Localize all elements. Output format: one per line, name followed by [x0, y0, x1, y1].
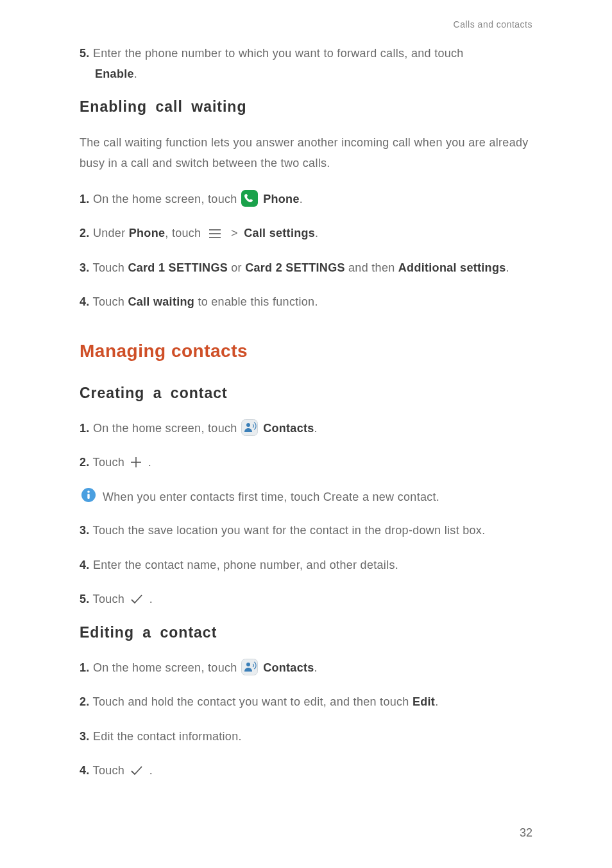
label-enable: Enable	[95, 67, 134, 80]
label-contacts: Contacts	[263, 422, 314, 435]
svg-rect-4	[241, 419, 257, 435]
svg-point-5	[246, 423, 250, 427]
step-forward-5: 5. Enter the phone number to which you w…	[80, 44, 532, 84]
paragraph-call-waiting-desc: The call waiting function lets you answe…	[80, 132, 532, 174]
checkmark-icon	[130, 594, 143, 604]
contacts-app-icon	[241, 659, 258, 675]
step-edit-1: 1. On the home screen, touch Contacts.	[80, 658, 532, 679]
hamburger-menu-icon	[208, 229, 221, 238]
heading-enabling-call-waiting: Enabling call waiting	[80, 98, 532, 116]
step-text: Under	[93, 227, 129, 239]
step-enable-3: 3. Touch Card 1 SETTINGS or Card 2 SETTI…	[80, 258, 532, 279]
step-edit-2: 2. Touch and hold the contact you want t…	[80, 692, 532, 713]
label-edit: Edit	[412, 695, 435, 708]
step-enable-2: 2. Under Phone, touch > Call settings.	[80, 223, 532, 244]
heading-managing-contacts: Managing contacts	[80, 341, 532, 361]
step-text: Touch and hold the contact you want to e…	[93, 695, 412, 708]
step-number: 3.	[80, 730, 90, 743]
step-text: .	[315, 227, 318, 239]
step-text: Enter the phone number to which you want…	[93, 47, 464, 60]
label-call-waiting: Call waiting	[128, 295, 194, 308]
chevron-separator: >	[231, 227, 238, 239]
plus-icon	[130, 456, 142, 468]
step-number: 4.	[80, 295, 90, 308]
label-card2-settings: Card 2 SETTINGS	[245, 261, 345, 274]
step-number: 1.	[80, 422, 90, 435]
step-text: and then	[345, 261, 398, 274]
step-number: 5.	[80, 47, 90, 60]
step-text: or	[228, 261, 245, 274]
label-card1-settings: Card 1 SETTINGS	[128, 261, 228, 274]
label-additional-settings: Additional settings	[398, 261, 506, 274]
running-header: Calls and contacts	[80, 19, 532, 30]
step-create-2: 2. Touch .	[80, 453, 532, 473]
step-number: 1.	[80, 661, 90, 674]
step-number: 5.	[80, 593, 90, 605]
step-text: Touch the save location you want for the…	[93, 524, 486, 537]
step-text: .	[314, 422, 318, 435]
step-text: .	[134, 67, 137, 80]
svg-point-9	[87, 490, 90, 493]
step-create-4: 4. Enter the contact name, phone number,…	[80, 555, 532, 576]
step-text: On the home screen, touch	[93, 422, 241, 435]
step-text: Edit the contact information.	[93, 730, 242, 743]
label-call-settings: Call settings	[244, 227, 315, 239]
page-number: 32	[520, 826, 532, 840]
step-create-3: 3. Touch the save location you want for …	[80, 521, 532, 541]
step-text: to enable this function.	[194, 295, 318, 308]
step-text: Enter the contact name, phone number, an…	[93, 559, 398, 571]
step-text: .	[314, 661, 318, 674]
step-number: 2.	[80, 227, 90, 239]
svg-point-12	[246, 663, 250, 666]
checkmark-icon	[130, 765, 143, 776]
page-content: Calls and contacts 5. Enter the phone nu…	[0, 0, 612, 821]
step-number: 2.	[80, 456, 90, 469]
step-text: .	[148, 456, 151, 469]
heading-creating-contact: Creating a contact	[80, 385, 532, 402]
step-text: Touch	[93, 456, 128, 469]
step-create-1: 1. On the home screen, touch Contacts.	[80, 419, 532, 439]
svg-rect-0	[241, 190, 258, 207]
step-text: Touch	[93, 593, 128, 605]
phone-app-icon	[241, 190, 258, 207]
heading-editing-contact: Editing a contact	[80, 624, 532, 641]
step-enable-4: 4. Touch Call waiting to enable this fun…	[80, 292, 532, 313]
step-text: , touch	[165, 227, 204, 239]
step-number: 1.	[80, 193, 90, 205]
info-text: When you enter contacts first time, touc…	[103, 487, 439, 507]
step-text: .	[149, 764, 153, 777]
step-edit-4: 4. Touch .	[80, 761, 532, 781]
step-text: Touch	[93, 261, 128, 274]
svg-rect-11	[241, 659, 257, 675]
step-number: 3.	[80, 524, 90, 537]
step-text: Touch	[93, 295, 128, 308]
info-icon	[81, 487, 96, 503]
step-text: On the home screen, touch	[93, 193, 241, 205]
step-text: .	[300, 193, 303, 205]
step-text: Touch	[93, 764, 128, 777]
step-enable-1: 1. On the home screen, touch Phone.	[80, 189, 532, 210]
step-text: .	[435, 695, 438, 708]
step-number: 2.	[80, 695, 90, 708]
svg-rect-10	[87, 494, 89, 499]
contacts-app-icon	[241, 419, 258, 436]
label-create-new-contact: Create a new contact	[323, 490, 436, 503]
step-text: .	[436, 490, 439, 503]
label-phone: Phone	[129, 227, 166, 239]
step-text: When you enter contacts first time, touc…	[103, 490, 323, 503]
label-phone: Phone	[263, 193, 300, 205]
label-contacts: Contacts	[263, 661, 314, 674]
info-note-create-contact: When you enter contacts first time, touc…	[80, 487, 532, 507]
step-number: 3.	[80, 261, 90, 274]
step-text: On the home screen, touch	[93, 661, 241, 674]
step-text: .	[506, 261, 509, 274]
step-edit-3: 3. Edit the contact information.	[80, 727, 532, 747]
step-create-5: 5. Touch .	[80, 589, 532, 610]
step-number: 4.	[80, 559, 90, 571]
step-number: 4.	[80, 764, 90, 777]
step-text: .	[149, 593, 153, 605]
